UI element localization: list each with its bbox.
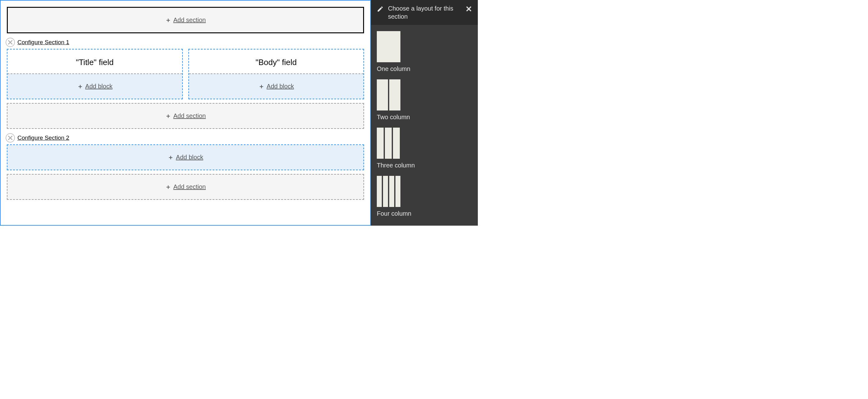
sidebar-title: Choose a layout for this section [388, 4, 461, 21]
add-block-button[interactable]: ＋ Add block [189, 74, 364, 99]
remove-section-button[interactable] [6, 133, 15, 143]
add-block-label: Add block [176, 154, 203, 161]
close-icon [8, 136, 12, 140]
region-column: "Title" field ＋ Add block [7, 49, 183, 99]
layout-option-label: One column [377, 65, 472, 73]
close-sidebar-button[interactable]: ✕ [465, 4, 472, 14]
plus-icon: ＋ [77, 83, 83, 90]
add-section-label: Add section [173, 17, 206, 23]
section-header: Configure Section 2 [6, 133, 364, 143]
configure-section-link[interactable]: Configure Section 1 [18, 39, 69, 46]
block-label[interactable]: "Title" field [7, 50, 182, 74]
layout-options: One column Two column Three column Four … [371, 25, 478, 224]
block-label[interactable]: "Body" field [189, 50, 364, 74]
layout-option-label: Two column [377, 114, 472, 121]
plus-icon: ＋ [258, 83, 265, 90]
layout-option-one-column[interactable]: One column [377, 31, 472, 73]
add-block-button[interactable]: ＋ Add block [7, 74, 182, 99]
add-section-label: Add section [173, 183, 206, 190]
sidebar-header: Choose a layout for this section ✕ [371, 0, 478, 25]
add-section-button[interactable]: ＋ Add section [7, 7, 364, 33]
layout-option-label: Three column [377, 162, 472, 169]
layout-builder-canvas: ＋ Add section Configure Section 1 "Title… [0, 0, 371, 226]
add-section-button[interactable]: ＋ Add section [7, 174, 364, 200]
add-block-button[interactable]: ＋ Add block [7, 145, 364, 170]
add-block-label: Add block [267, 83, 294, 90]
layout-sidebar: Choose a layout for this section ✕ One c… [371, 0, 478, 226]
pencil-icon [377, 6, 384, 14]
section-region: "Title" field ＋ Add block "Body" field ＋… [7, 49, 364, 99]
layout-thumb [377, 31, 472, 62]
section-header: Configure Section 1 [6, 38, 364, 47]
layout-option-four-column[interactable]: Four column [377, 176, 472, 217]
add-section-button[interactable]: ＋ Add section [7, 103, 364, 129]
layout-option-three-column[interactable]: Three column [377, 127, 472, 169]
close-icon [8, 40, 12, 45]
plus-icon: ＋ [165, 112, 171, 119]
layout-option-label: Four column [377, 210, 472, 217]
section-region: ＋ Add block [7, 144, 364, 170]
plus-icon: ＋ [165, 183, 171, 190]
layout-thumb [377, 127, 472, 159]
plus-icon: ＋ [167, 154, 174, 161]
region-column: "Body" field ＋ Add block [188, 49, 364, 99]
add-block-label: Add block [85, 83, 113, 90]
configure-section-link[interactable]: Configure Section 2 [18, 135, 69, 141]
layout-thumb [377, 79, 472, 111]
plus-icon: ＋ [165, 17, 171, 23]
layout-option-two-column[interactable]: Two column [377, 79, 472, 121]
remove-section-button[interactable] [6, 38, 15, 47]
layout-thumb [377, 176, 472, 207]
add-section-label: Add section [173, 112, 206, 119]
